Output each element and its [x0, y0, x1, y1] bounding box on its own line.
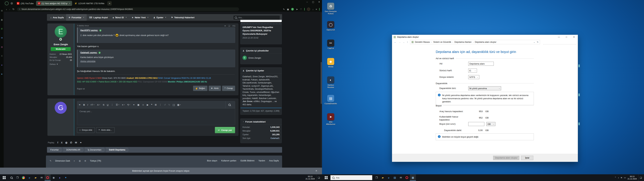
- quote-icon[interactable]: ❝: [151, 104, 152, 106]
- window-title-bar[interactable]: Depolama alanı oluştur — □ ✕: [392, 35, 578, 39]
- desktop-icon-recycle-bin[interactable]: ♻Geri Dönüşüm Kutusu: [324, 3, 337, 15]
- beğen-button[interactable]: ☝Beğen: [193, 86, 208, 91]
- nav-item-üyeler[interactable]: ♟Üyeler▼: [151, 14, 169, 21]
- file-explorer-icon[interactable]: ▰: [380, 174, 386, 181]
- breadcrumb-tab[interactable]: Dahili Depolama: [106, 147, 129, 152]
- smilie-icon[interactable]: ☺: [142, 104, 144, 106]
- footer-link[interactable]: Yardım: [258, 160, 265, 162]
- alıntı-button[interactable]: ✚Alıntı: [209, 86, 221, 91]
- storage-name-input[interactable]: [468, 62, 494, 66]
- snapshot-camera-icon[interactable]: ▣: [287, 8, 289, 10]
- start-button[interactable]: [325, 176, 328, 179]
- whatsapp-icon[interactable]: ✆: [0, 28, 3, 30]
- desktop-icon-crystaldiskinfo[interactable]: ▤CrystalDiskInfo: [324, 95, 337, 105]
- breadcrumb-segment[interactable]: Sistem ve Güvenlik: [433, 41, 451, 43]
- forward-button[interactable]: ›: [9, 8, 10, 11]
- drafts-icon[interactable]: ▦▼: [177, 104, 181, 106]
- table-icon[interactable]: ⊞: [155, 104, 157, 106]
- indent-icon[interactable]: ≡▼: [122, 104, 125, 106]
- cevap-button[interactable]: ❝Cevap: [222, 86, 235, 91]
- jump-to-post-icon[interactable]: ↗: [98, 52, 100, 54]
- edge-icon[interactable]: e: [26, 174, 32, 181]
- breadcrumb-tab[interactable]: İç Donanımları: [85, 147, 105, 152]
- browser-tab[interactable]: (26) YouTube: [15, 1, 36, 6]
- task-view-icon[interactable]: ❒: [374, 174, 380, 181]
- footer-link[interactable]: Bize ulaşın: [207, 160, 217, 162]
- tray-display-icon[interactable]: ▭: [624, 176, 626, 179]
- author-more-toggle[interactable]: Dahası ▼: [50, 63, 58, 65]
- notification-close-icon[interactable]: ✕: [315, 170, 317, 172]
- x-icon[interactable]: X: [61, 141, 62, 144]
- stat-value[interactable]: Galahad1: [270, 137, 280, 140]
- edge-icon[interactable]: e: [386, 174, 392, 181]
- nav-item-teknoloji-haberleri[interactable]: ⚑Teknoloji Haberleri: [169, 14, 197, 21]
- whatsapp-icon[interactable]: ✆: [70, 141, 72, 144]
- steam-icon[interactable]: ◉: [51, 174, 57, 181]
- speed-dial-icon[interactable]: ⊞: [0, 10, 3, 12]
- desktop-icon-medal[interactable]: ◆Medal: [324, 58, 337, 68]
- opera-menu-button[interactable]: [5, 1, 9, 5]
- forum-search-box[interactable]: Ara...: [233, 15, 280, 20]
- link-icon[interactable]: ⚭: [133, 104, 135, 106]
- store-icon[interactable]: ▤: [392, 174, 398, 181]
- breadcrumb-tab[interactable]: Forumlar: [47, 147, 63, 152]
- discord-icon[interactable]: ♦: [0, 64, 3, 66]
- overflow-icon[interactable]: ⋮: [111, 104, 113, 106]
- desktop-icon-opera-gx[interactable]: ◯Opera GX: [324, 21, 337, 31]
- style-chooser[interactable]: Dimension Dark: [55, 160, 70, 162]
- drive-letter-select[interactable]: E:⌄: [468, 68, 477, 72]
- attach-file-button[interactable]: ⌇ Dosya ekle: [77, 127, 95, 133]
- undo-icon[interactable]: ↺: [164, 104, 166, 106]
- strikethrough-icon[interactable]: S: [103, 104, 104, 106]
- footer-link[interactable]: Kullanım şartları: [221, 160, 236, 162]
- insert-quote-button[interactable]: ❝ Alıntı ekle...: [96, 127, 114, 133]
- reload-button[interactable]: ↻: [12, 8, 14, 11]
- text-color-icon[interactable]: A▼: [97, 104, 100, 106]
- tray-chevron-up-icon[interactable]: ⌃: [614, 176, 616, 179]
- desktop-icon-davinci-resolve[interactable]: ◐DaVinci Resolve: [324, 76, 337, 88]
- ink-format-icon[interactable]: ✒: [79, 104, 81, 106]
- post-reply-button[interactable]: ↩ Cevap yaz: [215, 127, 235, 133]
- lamp-icon[interactable]: ◍: [79, 160, 81, 162]
- file-explorer-icon[interactable]: ▰: [32, 174, 38, 181]
- taskbar-search-icon[interactable]: [8, 174, 14, 181]
- minimize-button[interactable]: –: [305, 1, 309, 3]
- taskbar-clock[interactable]: 00:1321.12.2024: [628, 175, 637, 180]
- post-number[interactable]: #11: [232, 25, 236, 27]
- new-tab-button[interactable]: +: [107, 1, 112, 6]
- send-to-icon[interactable]: ➤: [296, 8, 298, 10]
- bbcode-icon[interactable]: [ ]: [173, 104, 174, 106]
- size-limit-input[interactable]: [468, 122, 484, 126]
- cancel-button[interactable]: İptal: [521, 156, 533, 160]
- breadcrumb-segment[interactable]: Depolama Alanları: [454, 41, 472, 43]
- email-icon[interactable]: ✉: [75, 141, 77, 144]
- forward-button[interactable]: →: [398, 41, 401, 44]
- language-chooser[interactable]: Türkçe (TR): [90, 160, 101, 162]
- footer-link[interactable]: Gizlilik Bildirimi: [240, 160, 254, 162]
- tray-network-icon[interactable]: ≋: [621, 176, 622, 179]
- overflow2-icon[interactable]: ⋮: [159, 104, 162, 106]
- desktop-icon-msi-afterburner[interactable]: ➤MSI Afterburner: [324, 113, 337, 125]
- minimize-button[interactable]: —: [555, 35, 563, 39]
- back-button[interactable]: ‹: [6, 8, 7, 11]
- staff-member-row[interactable]: E Emre Zengin: [240, 54, 282, 62]
- desktop-icon-capcut[interactable]: ✂CapCut: [324, 40, 337, 50]
- redo-icon[interactable]: ↻: [168, 104, 170, 106]
- reply-textarea[interactable]: Cevap yaz...: [77, 108, 235, 125]
- control-panel-icon[interactable]: ▦: [410, 174, 416, 181]
- view-quote-link[interactable]: Alıntıyı görüntüle: [80, 60, 96, 62]
- size-unit-select[interactable]: GB⌄: [486, 122, 496, 126]
- staff-member-name[interactable]: Emre Zengin: [248, 57, 261, 59]
- contrast-icon[interactable]: ◐: [74, 160, 75, 162]
- close-button[interactable]: ✕: [570, 35, 578, 39]
- adblock-shield-icon[interactable]: ✓: [291, 8, 294, 10]
- page-scrollbar-thumb[interactable]: [321, 62, 322, 104]
- nav-item-forumlar[interactable]: ❖Forumlar▼: [66, 14, 87, 21]
- start-button[interactable]: [3, 176, 6, 179]
- report-link[interactable]: Rapor et: [77, 88, 85, 90]
- browser-tab[interactable]: LEXAR NM790 1TB NVMe: [73, 1, 106, 6]
- maximize-button[interactable]: ▢: [311, 1, 315, 3]
- breadcrumb-tab[interactable]: DONANIMLAR: [63, 147, 84, 152]
- nav-item-i̇kinci-el[interactable]: ◈İkinci El▼: [110, 14, 129, 21]
- jump-to-post-icon[interactable]: ↗: [99, 29, 102, 32]
